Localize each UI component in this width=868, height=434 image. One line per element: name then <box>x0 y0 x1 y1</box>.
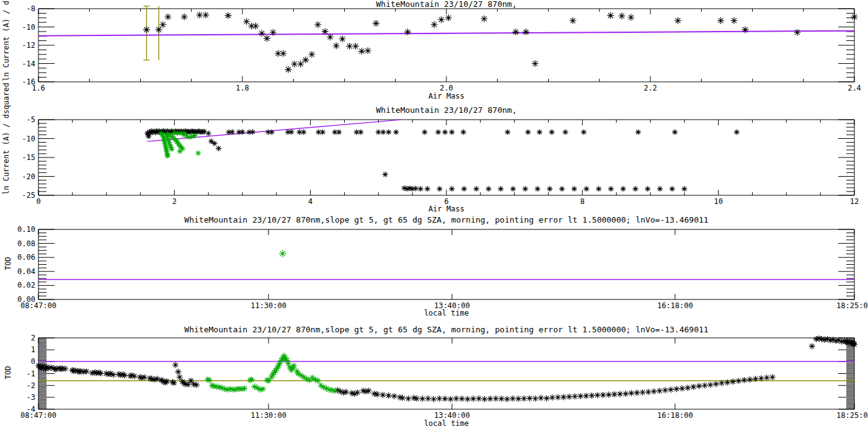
plot4-y-axis-label: TOD <box>4 337 12 409</box>
plot3-y-axis-label: TOD <box>4 229 12 299</box>
plot3-title: WhiteMountain 23/10/27 870nm,slope gt 5,… <box>38 215 854 224</box>
plot3-x-axis-label: local time <box>38 309 854 317</box>
plot1-title: WhiteMountain 23/10/27 870nm, <box>38 0 854 9</box>
plot4-x-axis-label: local time <box>38 419 854 428</box>
plot2-title: WhiteMountain 23/10/27 870nm, <box>38 105 854 115</box>
plot4-title: WhiteMountain 23/10/27 870nm,slope gt 5,… <box>38 325 854 334</box>
plot2-y-axis-label: ln Current (A) / dsquared <box>2 119 11 195</box>
plot1-x-axis-label: Air Mass <box>38 92 854 100</box>
langley-plot-figure: { "figure": { "background": "#ffffff", "… <box>0 0 868 434</box>
plot1-y-axis-label: ln Current (A) / dsquared <box>2 8 11 81</box>
plot2-x-axis-label: Air Mass <box>38 205 854 213</box>
